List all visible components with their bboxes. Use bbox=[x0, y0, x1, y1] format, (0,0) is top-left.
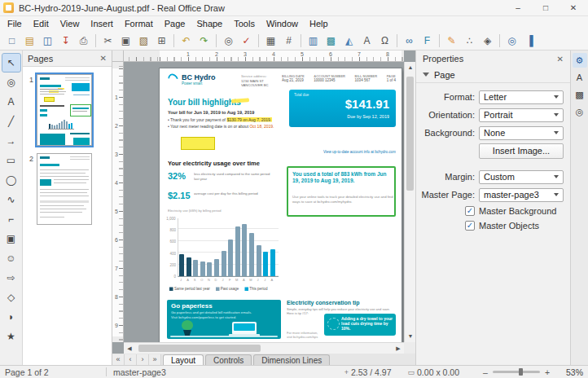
horizontal-scrollbar[interactable]: ◀ ▶ bbox=[124, 342, 404, 354]
export-pdf-icon[interactable]: ↧ bbox=[57, 33, 74, 49]
menu-shape[interactable]: Shape bbox=[191, 16, 228, 31]
glue-points-icon[interactable]: ◈ bbox=[479, 33, 496, 49]
gallery-tab-icon[interactable]: ▩ bbox=[573, 87, 587, 102]
yellow-rectangle-annotation[interactable] bbox=[181, 137, 215, 150]
cut-icon[interactable]: ✂ bbox=[99, 33, 116, 49]
yellow-highlight-annotation[interactable] bbox=[231, 98, 249, 103]
redo-icon[interactable]: ↷ bbox=[195, 33, 213, 49]
print-icon[interactable]: ⎙ bbox=[75, 33, 92, 49]
tab-layout[interactable]: Layout bbox=[163, 354, 204, 365]
scroll-down-icon[interactable]: ▼ bbox=[405, 331, 416, 342]
vertical-scrollbar-thumb[interactable] bbox=[406, 77, 414, 191]
properties-panel-close-icon[interactable]: ✕ bbox=[557, 55, 564, 64]
menu-file[interactable]: File bbox=[2, 16, 28, 31]
zoom-out-button[interactable]: – bbox=[480, 367, 490, 377]
zoom-in-button[interactable]: + bbox=[542, 367, 552, 377]
ellipse-tool[interactable]: ◯ bbox=[2, 171, 20, 189]
insert-line-tool[interactable]: ╱ bbox=[2, 112, 20, 130]
curves-and-polygons-tool[interactable]: ∿ bbox=[2, 191, 20, 209]
scroll-right-icon[interactable]: ▶ bbox=[393, 343, 404, 354]
save-icon[interactable]: ◫ bbox=[39, 33, 56, 49]
orientation-select[interactable]: Portrait bbox=[479, 108, 564, 122]
drawing-canvas[interactable]: BC Hydro Power smart Service address: 12… bbox=[124, 62, 404, 342]
navigator-tab-icon[interactable]: ◎ bbox=[573, 104, 587, 119]
margin-select[interactable]: Custom bbox=[479, 170, 564, 184]
connectors-tool[interactable]: ⌐ bbox=[2, 210, 20, 228]
display-grid-icon[interactable]: ▦ bbox=[262, 33, 279, 49]
copy-icon[interactable]: ▣ bbox=[117, 33, 134, 49]
select-tool[interactable]: ↖ bbox=[2, 54, 20, 72]
previous-page-button[interactable]: ‹ bbox=[125, 354, 137, 365]
chart-x-label: J bbox=[221, 278, 226, 282]
stars-and-banners-tool[interactable]: ★ bbox=[2, 327, 20, 345]
master-objects-checkbox[interactable]: ✓ bbox=[465, 221, 475, 231]
first-page-button[interactable]: « bbox=[112, 354, 125, 365]
hyperlink-icon[interactable]: ∞ bbox=[401, 33, 418, 49]
points-icon[interactable]: ∴ bbox=[461, 33, 478, 49]
page-section-header[interactable]: Page bbox=[416, 67, 570, 83]
special-character-icon[interactable]: Ω bbox=[376, 33, 393, 49]
lines-and-arrows-tool[interactable]: → bbox=[2, 132, 20, 150]
next-page-button[interactable]: › bbox=[137, 354, 149, 365]
background-select[interactable]: None bbox=[479, 126, 564, 140]
insert-text-box-icon[interactable]: A bbox=[358, 33, 375, 49]
usage-summary-annotation-box[interactable]: You used a total of 883 kWh from Jun 19,… bbox=[287, 166, 396, 217]
fontwork-icon[interactable]: F bbox=[419, 33, 436, 49]
insert-image-icon[interactable]: ▩ bbox=[323, 33, 340, 49]
helplines-icon[interactable]: # bbox=[280, 33, 297, 49]
paste-icon[interactable]: ▧ bbox=[135, 33, 152, 49]
find-replace-icon[interactable]: ◎ bbox=[220, 33, 237, 49]
zoom-icon[interactable]: ◎ bbox=[503, 33, 520, 49]
symbol-shapes-tool[interactable]: ☺ bbox=[2, 249, 20, 267]
menu-tools[interactable]: Tools bbox=[228, 16, 261, 31]
menu-view[interactable]: View bbox=[55, 16, 86, 31]
pages-panel-close-icon[interactable]: ✕ bbox=[100, 54, 107, 63]
page-1-thumbnail[interactable] bbox=[37, 74, 92, 146]
menu-format[interactable]: Format bbox=[119, 16, 159, 31]
tab-dimension-lines[interactable]: Dimension Lines bbox=[253, 354, 330, 365]
zoom-tool[interactable]: ◎ bbox=[2, 73, 20, 91]
section-collapse-icon[interactable] bbox=[423, 73, 429, 77]
horizontal-scrollbar-thumb[interactable] bbox=[138, 345, 261, 352]
zoom-level[interactable]: 53% bbox=[557, 367, 583, 377]
open-icon[interactable]: ▤ bbox=[21, 33, 38, 49]
toolbar-separator bbox=[95, 34, 96, 47]
flowchart-tool[interactable]: ◇ bbox=[2, 288, 20, 306]
menu-help[interactable]: Help bbox=[304, 16, 334, 31]
callout-shapes-tool[interactable]: ◗ bbox=[2, 308, 20, 326]
styles-tab-icon[interactable]: A bbox=[573, 70, 587, 85]
last-page-button[interactable]: » bbox=[149, 354, 161, 365]
new-icon[interactable]: □ bbox=[3, 33, 20, 49]
sidebar-toggle-icon[interactable]: ▐ bbox=[521, 33, 538, 49]
spelling-icon[interactable]: ✓ bbox=[238, 33, 255, 49]
pdf-page[interactable]: BC Hydro Power smart Service address: 12… bbox=[160, 68, 402, 342]
scroll-left-icon[interactable]: ◀ bbox=[124, 343, 135, 354]
format-select[interactable]: Letter bbox=[479, 90, 564, 104]
menu-window[interactable]: Window bbox=[261, 16, 304, 31]
menu-page[interactable]: Page bbox=[159, 16, 191, 31]
undo-icon[interactable]: ↶ bbox=[178, 33, 195, 49]
insert-table-icon[interactable]: ▥ bbox=[305, 33, 322, 49]
block-arrows-tool[interactable]: ⇨ bbox=[2, 269, 20, 287]
tab-controls[interactable]: Controls bbox=[205, 354, 252, 365]
page-2-thumbnail[interactable] bbox=[37, 153, 92, 225]
insert-image-button[interactable]: Insert Image... bbox=[479, 143, 564, 159]
properties-tab-icon[interactable]: ⚙ bbox=[573, 53, 587, 68]
vertical-scrollbar[interactable]: ▲ ▼ bbox=[404, 62, 415, 342]
minimize-button[interactable]: – bbox=[507, 0, 529, 15]
rectangle-tool[interactable]: ▭ bbox=[2, 152, 20, 169]
zoom-slider-thumb[interactable] bbox=[519, 368, 523, 376]
master-page-select[interactable]: master-page3 bbox=[479, 188, 564, 202]
menu-insert[interactable]: Insert bbox=[85, 16, 119, 31]
zoom-slider[interactable] bbox=[493, 371, 540, 373]
maximize-button[interactable]: □ bbox=[534, 0, 557, 15]
show-draw-functions-icon[interactable]: ✎ bbox=[443, 33, 460, 49]
insert-text-box-tool[interactable]: A bbox=[2, 93, 20, 111]
scroll-up-icon[interactable]: ▲ bbox=[405, 62, 416, 73]
close-window-button[interactable]: ✕ bbox=[562, 0, 585, 15]
basic-shapes-tool[interactable]: ▣ bbox=[2, 230, 20, 248]
clone-formatting-icon[interactable]: ⊞ bbox=[153, 33, 170, 49]
master-background-checkbox[interactable]: ✓ bbox=[465, 206, 475, 216]
menu-edit[interactable]: Edit bbox=[28, 16, 55, 31]
insert-chart-icon[interactable]: ◭ bbox=[340, 33, 358, 49]
